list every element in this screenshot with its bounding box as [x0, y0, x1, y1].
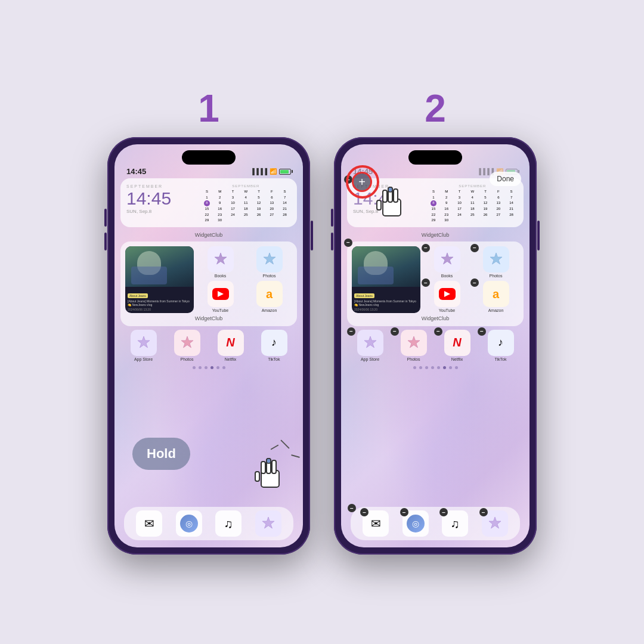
video-date-2: 2024/06/06 13:20: [354, 308, 418, 311]
date-label-1: SUN, Sep.8: [126, 209, 196, 214]
svg-rect-6: [261, 462, 265, 473]
video-thumb-2: [352, 246, 420, 287]
big-time-1: 14:45: [126, 190, 196, 208]
volume-up-1: [104, 209, 107, 227]
dock-2: − − ✉ − ◎ −: [351, 507, 520, 540]
app-books-2[interactable]: − Books: [424, 246, 470, 278]
step-2: 2 14:45 ▐▐▐▐ 📶: [334, 89, 537, 555]
svg-marker-11: [441, 253, 453, 264]
minus-dockappstore[interactable]: −: [479, 508, 488, 516]
dock-1: ✉ ◎ ♫: [124, 507, 293, 540]
minus-photos2[interactable]: −: [391, 327, 399, 336]
phone-1-wrapper: 14:45 ▐▐▐▐ 📶: [107, 137, 310, 555]
app-tiktok-1[interactable]: ♪ TikTok: [253, 330, 295, 361]
cal-row-5: 2930: [201, 218, 291, 224]
dock-music-1[interactable]: ♫: [215, 510, 242, 537]
app-appstore-1[interactable]: App Store: [123, 330, 164, 361]
hold-overlay-1: Hold: [132, 438, 190, 470]
wifi-icon-1: 📶: [270, 168, 277, 175]
app-netflix-2[interactable]: − N Netflix: [436, 330, 478, 361]
video-widget-2: About Jeans [About Jeans] Moments from S…: [352, 246, 420, 313]
dot2-8: [455, 366, 458, 369]
tiktok-label-1: TikTok: [268, 357, 280, 361]
video-apps-inner-2: About Jeans [About Jeans] Moments from S…: [352, 246, 519, 313]
dock-mail-2[interactable]: − ✉: [363, 510, 389, 537]
hold-button: Hold: [132, 438, 190, 470]
dot2-5: [437, 366, 440, 369]
app-appstore-2[interactable]: − App Store: [349, 330, 391, 361]
app-amazon-1[interactable]: a Amazon: [246, 281, 292, 313]
tiktok-label-2: TikTok: [495, 357, 507, 361]
youtube-icon-2: [434, 281, 460, 307]
calendar-part-2: SEPTEMBER SMTWTFS 1234567 8: [428, 184, 518, 224]
dot2-1: [413, 366, 416, 369]
books-label-1: Books: [215, 274, 226, 278]
app-photos3-2[interactable]: − Photos: [393, 330, 434, 361]
dynamic-island-1: [182, 150, 236, 165]
app-tiktok-2[interactable]: − ♪ TikTok: [480, 330, 521, 361]
widgetclub-label-4: WidgetClub: [352, 315, 519, 321]
minus-dock[interactable]: −: [348, 504, 356, 512]
minus-amazon[interactable]: −: [470, 278, 479, 287]
minus-netflix[interactable]: −: [434, 327, 442, 336]
cal-row-4: 22232425262728: [201, 212, 291, 218]
battery-fill-1: [280, 170, 289, 174]
svg-marker-15: [489, 517, 501, 528]
minus-photos[interactable]: −: [470, 244, 479, 252]
app-youtube-1[interactable]: YouTube: [197, 281, 243, 313]
power-button-1: [311, 221, 313, 250]
netflix-label-2: Netflix: [451, 357, 463, 361]
tiktok-icon-1: ♪: [261, 330, 287, 356]
dock-safari-2[interactable]: − ◎: [402, 510, 429, 537]
minus-safari[interactable]: −: [400, 508, 408, 516]
minus-youtube[interactable]: −: [422, 278, 430, 287]
app-netflix-1[interactable]: N Netflix: [210, 330, 251, 361]
phone-1: 14:45 ▐▐▐▐ 📶: [107, 137, 310, 555]
volume-up-2: [331, 209, 333, 227]
books-icon-1: [208, 246, 234, 273]
widgetclub-label-3: WidgetClub: [347, 232, 524, 238]
dock-appstore-1[interactable]: [255, 510, 281, 537]
plus-button[interactable]: +: [352, 172, 372, 192]
svg-rect-10: [267, 459, 271, 463]
done-button[interactable]: Done: [490, 172, 521, 186]
app-photos-1[interactable]: Photos: [246, 246, 292, 278]
app-amazon-2[interactable]: − a Amazon: [473, 281, 519, 313]
svg-rect-17: [383, 190, 387, 202]
month-label-1: SEPTEMBER: [126, 184, 196, 188]
dock-mail-1[interactable]: ✉: [136, 510, 162, 537]
minus-books[interactable]: −: [422, 244, 430, 252]
time-display-1: 14:45: [126, 167, 146, 176]
minus-tiktok[interactable]: −: [478, 327, 486, 336]
dock-appstore-2[interactable]: −: [482, 510, 508, 537]
right-apps-grid-1: Books Photos: [197, 246, 292, 313]
minus-appstore[interactable]: −: [347, 327, 355, 336]
minus-video-1[interactable]: −: [344, 239, 352, 247]
app-books-1[interactable]: Books: [197, 246, 243, 278]
video-info-2: About Jeans [About Jeans] Moments from S…: [352, 287, 420, 313]
status-icons-1: ▐▐▐▐ 📶: [250, 168, 291, 175]
bottom-apps-row-1: App Store Photos: [120, 330, 297, 361]
video-tag-2: About Jeans: [354, 293, 374, 298]
video-apps-section-2: − About Jeans: [347, 242, 524, 326]
photos3-icon-2: [401, 330, 427, 356]
hand-cursor-1: [249, 453, 288, 497]
svg-rect-8: [272, 460, 276, 473]
video-widget-1: About Jeans [About Jeans] Moments from S…: [125, 246, 194, 313]
dot2-3: [425, 366, 428, 369]
dot2-4: [431, 366, 434, 369]
minus-mail[interactable]: −: [360, 508, 369, 516]
dock-safari-1[interactable]: ◎: [176, 510, 202, 537]
volume-down-2: [331, 233, 333, 250]
minus-music[interactable]: −: [439, 508, 448, 516]
app-photos-2[interactable]: − Photos: [473, 246, 519, 278]
dock-music-2[interactable]: − ♫: [442, 510, 468, 537]
phone-2-content: 14:45 ▐▐▐▐ 📶: [341, 144, 530, 547]
amazon-icon-1: a: [256, 281, 283, 307]
video-thumb-1: [125, 246, 194, 287]
app-photos2-1[interactable]: Photos: [166, 330, 208, 361]
cal-title-1: SEPTEMBER: [201, 184, 291, 188]
svg-marker-4: [262, 517, 274, 528]
power-button-2: [537, 221, 540, 250]
app-youtube-2[interactable]: − YouTube: [424, 281, 470, 313]
